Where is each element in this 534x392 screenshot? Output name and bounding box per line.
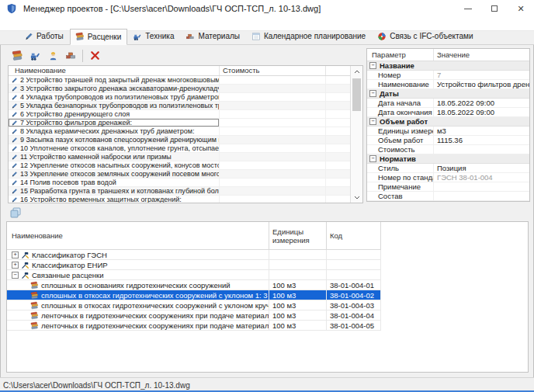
work-empty-cell: [325, 102, 350, 110]
property-row[interactable]: Состав: [367, 192, 529, 201]
rate-tree-row[interactable]: сплошных в откосах гидротехнических соор…: [7, 300, 528, 310]
work-row[interactable]: 15 Разработка грунта в траншеях и котлов…: [9, 187, 350, 196]
empty-cell: [381, 310, 528, 321]
rate-tree-row[interactable]: сплошных в основаниях гидротехнических с…: [7, 280, 528, 290]
rate-tree-row[interactable]: ленточных в гидротехнических сооружениях…: [7, 310, 528, 321]
toolbar-button[interactable]: [82, 50, 101, 62]
tab[interactable]: Работы: [19, 29, 70, 44]
work-row[interactable]: 10 Уплотнение откосов каналов, уплотнени…: [9, 144, 350, 153]
work-row[interactable]: 2 Устройство траншей под закрытый дренаж…: [9, 76, 350, 85]
work-row[interactable]: 13 Укрепление откосов земляных сооружени…: [9, 170, 350, 179]
rates-col-empty: [381, 222, 528, 250]
property-row[interactable]: − Даты: [367, 89, 529, 99]
works-table-header: Наименование Стоимость: [9, 66, 350, 76]
property-value[interactable]: ГЭСН 38-01-004: [433, 173, 529, 182]
work-name: 13 Укрепление откосов земляных сооружени…: [20, 170, 219, 178]
property-row[interactable]: − Название: [367, 61, 529, 71]
tree-expander[interactable]: −: [12, 272, 19, 279]
works-scrollbar[interactable]: [350, 66, 362, 203]
property-row[interactable]: Наименование Устройство фильтров дренаже…: [367, 80, 529, 89]
work-row[interactable]: 16 Устройство временных защитных огражде…: [9, 196, 350, 203]
property-row[interactable]: − Норматив: [367, 154, 529, 164]
work-name-cell: 4 Укладка трубопроводов из полиэтиленовы…: [9, 93, 219, 102]
work-empty-cell: [325, 127, 350, 136]
tab[interactable]: Календарное планирование: [246, 29, 372, 44]
property-row[interactable]: Дата начала 18.05.2022 09:00: [367, 99, 529, 108]
work-row[interactable]: 12 Укрепление откосов насыпных сооружени…: [9, 161, 350, 170]
group-expander[interactable]: −: [369, 62, 376, 69]
rate-tree-row[interactable]: + Классификатор ГЭСН: [7, 250, 528, 260]
menu-item[interactable]: [35, 23, 46, 26]
toolbar-button[interactable]: [47, 50, 59, 62]
tab[interactable]: Материалы: [180, 29, 246, 44]
tab[interactable]: Техника: [127, 29, 180, 44]
tree-expander[interactable]: +: [12, 262, 19, 269]
toolbar-button[interactable]: [11, 50, 23, 62]
tree-item-icon: [21, 251, 29, 259]
property-value[interactable]: [433, 182, 529, 191]
property-value[interactable]: м3: [433, 127, 529, 135]
tab-icon: [75, 32, 85, 41]
work-row[interactable]: 6 Устройство дренирующего слоя: [9, 110, 350, 119]
work-name-cell: 7 Устройство фильтров дренажей:: [9, 119, 219, 127]
tree-name-cell: сплошных в основаниях гидротехнических с…: [7, 280, 269, 290]
toolbar-button[interactable]: [29, 50, 41, 62]
property-row[interactable]: Объем работ 1115.36: [367, 136, 529, 145]
work-row[interactable]: 11 Устройство каменной наброски или приз…: [9, 153, 350, 161]
property-row[interactable]: − Объем работ: [367, 117, 529, 127]
rate-tree-row[interactable]: ленточных в гидротехнических сооружениях…: [7, 321, 528, 331]
rate-tree-row[interactable]: сплошных в откосах гидротехнических соор…: [7, 290, 528, 300]
property-name: Стоимость: [367, 145, 433, 154]
group-expander[interactable]: −: [369, 118, 376, 125]
property-row[interactable]: Примечание: [367, 182, 529, 192]
close-button[interactable]: ✕: [508, 0, 534, 17]
property-row[interactable]: Номер 7: [367, 71, 529, 80]
property-value[interactable]: 7: [433, 71, 529, 79]
property-value[interactable]: 18.05.2022 09:00: [433, 108, 529, 116]
work-row[interactable]: 7 Устройство фильтров дренажей:: [9, 119, 350, 127]
menu-item[interactable]: [13, 23, 24, 26]
work-row[interactable]: 5 Укладка безнапорных трубопроводов из п…: [9, 102, 350, 110]
maximize-button[interactable]: [481, 0, 508, 17]
property-row[interactable]: Номер по стандарту ГЭСН 38-01-004: [367, 173, 529, 182]
group-expander[interactable]: −: [369, 90, 376, 97]
tab[interactable]: Расценки: [70, 29, 128, 45]
work-pen-icon: [11, 85, 18, 92]
property-row[interactable]: Стиль Позиция: [367, 164, 529, 173]
work-row[interactable]: 14 Полив посевов трав водой: [9, 179, 350, 187]
rate-tree-row[interactable]: + Классификатор ЕНИР: [7, 260, 528, 270]
tree-expander[interactable]: +: [12, 252, 19, 258]
property-value[interactable]: Позиция: [433, 164, 529, 172]
scroll-down-button[interactable]: [351, 192, 362, 203]
property-value[interactable]: 1115.36: [433, 136, 529, 144]
window-title: Менеджер проектов - [C:\Users\acer\Downl…: [23, 4, 321, 13]
tree-name-cell: ленточных в гидротехнических сооружениях…: [7, 310, 269, 321]
scrollbar-thumb[interactable]: [352, 78, 361, 111]
property-value[interactable]: [433, 145, 529, 154]
scroll-up-button[interactable]: [351, 66, 362, 77]
work-row[interactable]: 8 Укладка керамических дренажных труб ди…: [9, 127, 350, 136]
toolbar-button[interactable]: [64, 50, 77, 62]
rate-tree-row[interactable]: − Связанные расценки: [7, 270, 528, 280]
work-row[interactable]: 4 Укладка трубопроводов из полиэтиленовы…: [9, 93, 350, 102]
tree-item-label: ленточных в гидротехнических сооружениях…: [41, 311, 269, 320]
property-row[interactable]: Единицы измерения м3: [367, 127, 529, 136]
menu-item[interactable]: [2, 23, 13, 26]
group-expander[interactable]: −: [369, 155, 376, 162]
work-cost-cell: [219, 76, 325, 85]
menu-item[interactable]: [24, 23, 35, 26]
copy-button[interactable]: [9, 206, 22, 219]
work-pen-icon: [11, 77, 18, 84]
empty-cell: [381, 321, 528, 331]
menu-item[interactable]: [46, 23, 57, 26]
window-controls: ✕: [455, 0, 534, 17]
work-row[interactable]: 9 Засыпка пазух котлованов спецсооружени…: [9, 136, 350, 144]
property-value[interactable]: [433, 192, 529, 200]
tab[interactable]: Связь с IFC-объектами: [372, 29, 479, 44]
property-row[interactable]: Стоимость: [367, 145, 529, 154]
minimize-button[interactable]: [455, 0, 481, 17]
work-row[interactable]: 3 Устройство закрытого дренажа экскавато…: [9, 85, 350, 93]
property-row[interactable]: Дата окончания 18.05.2022 09:00: [367, 108, 529, 117]
property-value[interactable]: Устройство фильтров дренажей:: [433, 80, 529, 88]
property-value[interactable]: 18.05.2022 09:00: [433, 99, 529, 107]
